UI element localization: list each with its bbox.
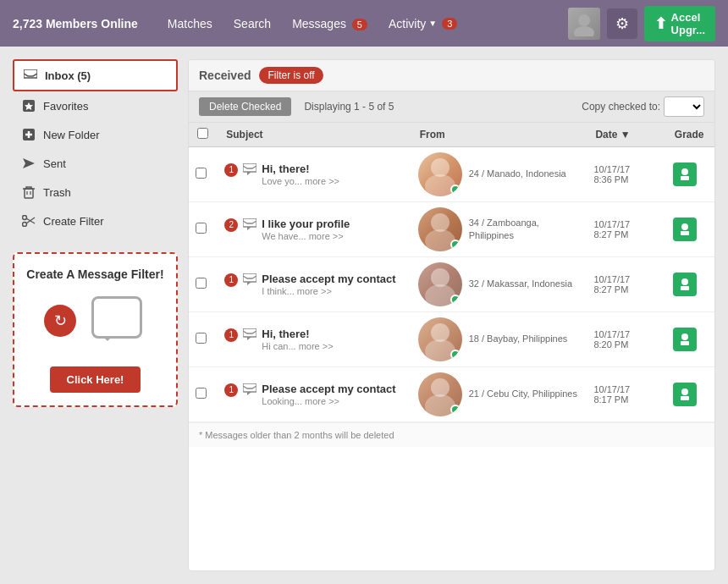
trash-icon (21, 185, 36, 200)
upgrade-label: AccelUpgr... (671, 11, 705, 36)
row-checkbox-0[interactable] (196, 168, 207, 179)
user-avatar[interactable] (568, 8, 600, 40)
nav-search[interactable]: Search (234, 17, 271, 30)
sidebar-item-inbox[interactable]: Inbox (5) (13, 59, 178, 91)
sender-avatar[interactable] (418, 262, 462, 306)
message-date: 10/17/17 (593, 274, 659, 284)
gear-icon: ⚙ (615, 14, 629, 33)
content-header: Received Filter is off (189, 60, 714, 91)
click-here-button[interactable]: Click Here! (50, 366, 141, 393)
sidebar: Inbox (5) Favorites New Folder Sent (13, 59, 178, 571)
message-preview: Looking... more >> (262, 396, 395, 406)
grade-button[interactable] (673, 328, 697, 351)
from-sort[interactable]: From (420, 129, 445, 140)
sidebar-item-new-folder[interactable]: New Folder (13, 120, 178, 149)
grade-cell (666, 257, 714, 312)
sender-avatar[interactable] (418, 372, 462, 416)
subject-text[interactable]: Please accept my contact (262, 383, 395, 397)
sent-icon (21, 156, 36, 171)
grade-sort[interactable]: Grade (675, 129, 704, 140)
svg-point-22 (681, 278, 688, 285)
create-filter-label: Create Filter (43, 215, 104, 228)
promo-icon-area: ↻ (23, 292, 168, 351)
sender-avatar[interactable] (418, 152, 462, 196)
table-header-row: Subject From Date ▼ Grade (189, 123, 714, 147)
subject-cell: 1 Please accept my contact Looking... mo… (218, 367, 411, 422)
date-cell: 10/17/17 8:27 PM (587, 257, 665, 312)
row-checkbox-1[interactable] (196, 223, 207, 234)
favorites-icon (21, 98, 36, 113)
subject-cell: 1 Hi, there! Hi can... more >> (218, 312, 411, 367)
messages-badge: 5 (352, 19, 367, 30)
message-preview: We have... more >> (262, 231, 350, 241)
svg-rect-28 (681, 341, 689, 345)
date-cell: 10/17/17 8:17 PM (587, 367, 665, 422)
main-container: Inbox (5) Favorites New Folder Sent (0, 47, 728, 584)
promo-title: Create A Message Filter! (23, 267, 168, 284)
sidebar-item-create-filter[interactable]: Create Filter (13, 207, 178, 235)
table-row: 1 Hi, there! Love yo... more >> (189, 147, 714, 202)
subject-text[interactable]: I like your profile (262, 218, 350, 232)
settings-button[interactable]: ⚙ (607, 8, 637, 39)
message-icon (243, 218, 256, 233)
favorites-label: Favorites (43, 100, 88, 113)
date-header[interactable]: Date ▼ (587, 123, 665, 147)
row-checkbox-cell (189, 147, 218, 202)
top-navigation: 2,723 Members Online Matches Search Mess… (0, 0, 728, 47)
row-checkbox-4[interactable] (196, 388, 207, 399)
svg-point-30 (431, 378, 449, 397)
row-checkbox-3[interactable] (196, 333, 207, 344)
grade-cell (666, 147, 714, 202)
messages-toolbar: Delete Checked Displaying 1 - 5 of 5 Cop… (189, 91, 714, 123)
svg-rect-13 (681, 176, 689, 180)
sidebar-item-sent[interactable]: Sent (13, 149, 178, 178)
delete-checked-button[interactable]: Delete Checked (199, 97, 291, 116)
row-checkbox-2[interactable] (196, 278, 207, 289)
new-folder-label: New Folder (43, 129, 99, 141)
select-all-header (189, 123, 218, 147)
sender-avatar[interactable] (418, 207, 462, 251)
content-area: Received Filter is off Delete Checked Di… (188, 59, 715, 571)
subject-text[interactable]: Please accept my contact (262, 273, 395, 287)
message-icon (243, 383, 256, 398)
sender-info: 21 / Cebu City, Philippines (469, 388, 577, 400)
upgrade-arrow-icon: ⬆ (654, 14, 667, 33)
svg-rect-33 (681, 396, 689, 400)
svg-point-20 (431, 268, 449, 287)
sender-cell: 24 / Manado, Indonesia (411, 147, 587, 202)
nav-activity[interactable]: Activity ▼ 3 (389, 17, 457, 30)
scissors-icon (21, 213, 36, 229)
footer-note: * Messages older than 2 months will be d… (189, 422, 714, 447)
unread-badge: 1 (224, 383, 238, 397)
subject-cell: 1 Hi, there! Love yo... more >> (218, 147, 411, 202)
svg-rect-23 (681, 286, 689, 290)
grade-button[interactable] (673, 163, 697, 186)
sidebar-item-favorites[interactable]: Favorites (13, 91, 178, 120)
row-checkbox-cell (189, 312, 218, 367)
sender-location: 32 / Makassar, Indonesia (469, 278, 572, 290)
grade-button[interactable] (673, 273, 697, 296)
svg-point-26 (425, 339, 455, 361)
sender-avatar[interactable] (418, 317, 462, 361)
copy-checked-select[interactable] (664, 96, 704, 117)
svg-point-1 (574, 26, 594, 36)
table-row: 2 I like your profile We have... more >> (189, 202, 714, 257)
svg-point-21 (425, 284, 455, 306)
inbox-icon (23, 68, 38, 83)
grade-button[interactable] (673, 383, 697, 406)
grade-button[interactable] (673, 218, 697, 241)
subject-text[interactable]: Hi, there! (262, 328, 333, 342)
unread-badge: 2 (224, 218, 238, 232)
date-sort[interactable]: Date ▼ (595, 129, 630, 140)
activity-dropdown-icon: ▼ (428, 19, 437, 28)
nav-messages[interactable]: Messages 5 (292, 17, 367, 30)
sender-info: 18 / Baybay, Philippines (469, 333, 568, 345)
upgrade-button[interactable]: ⬆ AccelUpgr... (644, 6, 715, 41)
table-row: 1 Hi, there! Hi can... more >> (189, 312, 714, 367)
nav-matches[interactable]: Matches (168, 17, 212, 30)
sidebar-item-trash[interactable]: Trash (13, 178, 178, 207)
message-date: 10/17/17 (593, 164, 659, 174)
subject-text[interactable]: Hi, there! (262, 163, 339, 177)
svg-point-7 (23, 223, 27, 227)
select-all-checkbox[interactable] (197, 128, 208, 139)
